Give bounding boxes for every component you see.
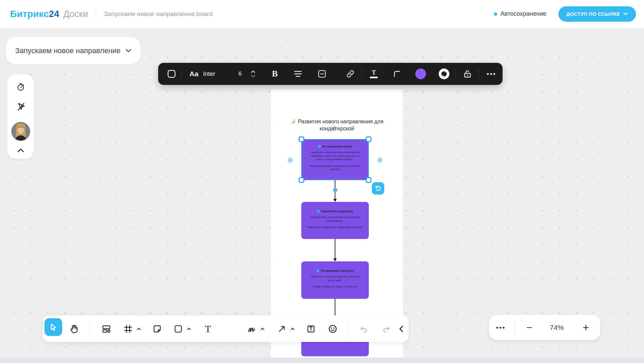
zoom-out-button[interactable]: − (526, 322, 532, 333)
box-title: Разработка концепции (321, 210, 353, 213)
reset-rotation-button[interactable] (372, 182, 384, 195)
selection-handle-top-left[interactable] (299, 136, 304, 142)
align-button[interactable] (294, 70, 302, 78)
emoji-button[interactable] (328, 324, 337, 334)
fill-color-button[interactable] (415, 69, 426, 79)
frame-title[interactable]: Развития нового направления для кондитер… (271, 118, 403, 132)
collapse-toolbar-button[interactable] (399, 326, 403, 332)
timer-button[interactable] (16, 83, 25, 92)
stroke-color-swatch (439, 69, 449, 79)
pen-tool-button[interactable] (247, 324, 257, 334)
toolbar-divider (349, 321, 349, 337)
box-title: Тестирование продукта (320, 269, 354, 272)
collapse-rail-button[interactable] (17, 148, 24, 152)
toolbar-divider (362, 69, 362, 79)
link-button[interactable] (346, 70, 355, 78)
zoom-in-button[interactable]: + (583, 321, 589, 334)
text-tool-button[interactable]: T (205, 323, 211, 335)
window-bottom-edge (0, 358, 644, 363)
shape-tool-expander[interactable] (187, 328, 191, 330)
font-size-label: 6 (238, 71, 241, 77)
stepper-down-icon[interactable] (251, 75, 255, 78)
zoom-controls: ••• − 74% + (489, 315, 600, 340)
arrow-tool-expander[interactable] (291, 328, 295, 330)
box-text: Подобрать ингредиенты, рецептуру и упако… (306, 226, 364, 229)
connector-arrow[interactable] (333, 239, 337, 262)
box-text: Определить спрос на новом направлении (н… (306, 151, 364, 161)
layout-tool-button[interactable] (102, 324, 111, 334)
autosave-dot-icon (494, 12, 497, 16)
connection-point-left[interactable] (288, 157, 293, 163)
board-title-menu[interactable]: Запускаем новое направление (6, 37, 140, 64)
logo-text-number: 24 (49, 9, 59, 19)
collaboration-rail (7, 74, 34, 159)
shape-style-icon (167, 70, 176, 79)
flow-box-research[interactable]: Исследование рынка Определить спрос на н… (301, 139, 369, 180)
selection-handle-bottom-left[interactable] (299, 177, 304, 183)
arrow-icon (278, 325, 286, 333)
box-text: Подготовить пробную партию и провести де… (306, 275, 364, 282)
corner-radius-button[interactable] (393, 70, 401, 78)
layout-icon (102, 324, 111, 334)
flow-box-concept[interactable]: Разработка концепции Сформировать ассорт… (301, 202, 369, 239)
selection-handle-bottom-right[interactable] (366, 177, 371, 183)
box-title: Исследование рынка (322, 145, 352, 148)
frame-tool-button[interactable] (123, 324, 133, 334)
corner-radius-icon (393, 70, 401, 78)
stepper-up-icon[interactable] (251, 71, 255, 73)
shape-style-button[interactable] (167, 70, 176, 79)
rotate-ccw-icon (374, 185, 382, 192)
flow-box-testing[interactable]: Тестирование продукта Подготовить пробну… (301, 261, 369, 299)
bulb-icon (317, 210, 320, 213)
frame-tool-expander[interactable] (137, 328, 141, 330)
stroke-color-button[interactable] (439, 69, 449, 79)
lock-button[interactable] (463, 70, 472, 78)
redo-button[interactable] (382, 325, 391, 333)
chevron-up-icon (187, 328, 191, 330)
hand-tool-icon (70, 324, 79, 334)
selection-handle-top-right[interactable] (366, 136, 371, 142)
font-family-select[interactable]: Aa Inter (190, 70, 215, 78)
vertical-align-icon (318, 70, 326, 78)
timer-icon (16, 83, 25, 92)
chevron-up-icon (260, 328, 264, 330)
canvas-more-button[interactable]: ••• (496, 324, 506, 331)
text-color-underline (370, 77, 378, 78)
font-size-value[interactable]: 6 (238, 71, 241, 77)
frame-title-line1: Развития нового направления для (298, 119, 384, 124)
chevron-down-icon (125, 49, 131, 52)
text-color-button[interactable]: T (370, 70, 378, 78)
shape-tool-button[interactable] (174, 324, 183, 333)
undo-icon (359, 325, 368, 333)
connection-point-right[interactable] (377, 157, 383, 163)
select-tool-button[interactable] (44, 318, 62, 336)
share-access-button[interactable]: ДОСТУП ПО ССЫЛКЕ (558, 6, 636, 22)
testtube-icon (316, 269, 319, 272)
autosave-status: Автосохранение (494, 10, 546, 17)
vertical-align-button[interactable] (318, 70, 326, 78)
toolbar-divider (479, 69, 479, 79)
collaborator-avatar[interactable] (11, 122, 30, 141)
chevron-up-icon (137, 328, 141, 330)
upload-icon (306, 324, 316, 334)
upload-button[interactable] (306, 324, 316, 334)
sticky-note-icon (152, 324, 162, 334)
sticky-note-tool-button[interactable] (152, 324, 162, 334)
arrow-tool-button[interactable] (278, 325, 286, 333)
shape-icon (174, 324, 183, 333)
undo-button[interactable] (359, 325, 368, 333)
toolbar-divider (90, 321, 90, 337)
more-options-button[interactable]: ••• (487, 70, 497, 78)
bitrix24-logo[interactable]: Битрикс 24 Доски (10, 9, 88, 19)
font-size-stepper[interactable] (251, 71, 255, 78)
tools-toolbar: T (43, 316, 409, 342)
pointer-follow-off-icon (16, 102, 26, 112)
bold-button[interactable]: B (272, 69, 278, 79)
zoom-level-value[interactable]: 74% (550, 324, 564, 332)
board-title-label: Запускаем новое направление (15, 46, 120, 55)
hand-tool-button[interactable] (70, 324, 79, 334)
connector-endpoint-dot[interactable] (333, 188, 337, 192)
pen-tool-expander[interactable] (260, 328, 264, 330)
pointer-follow-off-button[interactable] (16, 102, 26, 112)
user-avatar (11, 122, 30, 141)
